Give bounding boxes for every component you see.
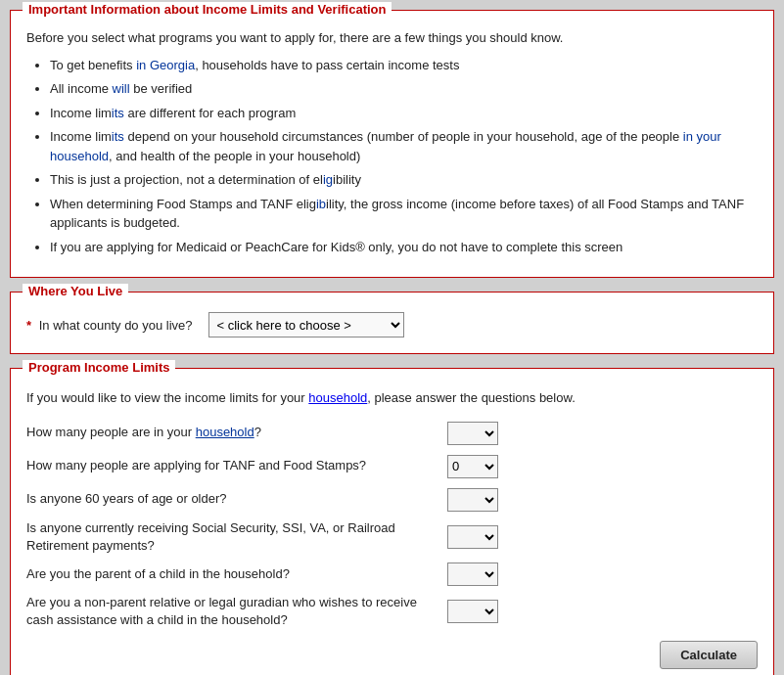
- question-row-2: How many people are applying for TANF an…: [26, 453, 758, 480]
- question-label-6: Are you a non-parent relative or legal g…: [26, 594, 447, 629]
- required-star: *: [26, 318, 31, 333]
- question-select-6[interactable]: Yes No: [447, 600, 498, 623]
- where-you-live-title: Where You Live: [23, 284, 128, 298]
- question-label-3: Is anyone 60 years of age or older?: [26, 490, 447, 508]
- question-select-3[interactable]: Yes No: [447, 488, 498, 512]
- where-you-live-row: * In what county do you live? < click he…: [26, 312, 758, 338]
- important-info-section: Important Information about Income Limit…: [10, 10, 774, 278]
- highlight-inyour: in your household: [50, 129, 721, 163]
- county-select[interactable]: < click here to choose > Appling Atkinso…: [208, 312, 404, 338]
- important-bullets-list: To get benefits in Georgia, households h…: [50, 56, 758, 257]
- bullet-4: Income limits depend on your household c…: [50, 127, 758, 165]
- question-row-6: Are you a non-parent relative or legal g…: [26, 594, 758, 629]
- highlight-georgia: in Georgia: [136, 58, 195, 72]
- question-select-2[interactable]: 0 1 2 3 4 5 6: [447, 455, 498, 478]
- important-info-content: Before you select what programs you want…: [26, 28, 758, 256]
- question-label-4: Is anyone currently receiving Social Sec…: [26, 519, 447, 555]
- program-income-intro: If you would like to view the income lim…: [26, 388, 758, 408]
- calculate-row: Calculate: [26, 641, 758, 669]
- page-wrapper: Important Information about Income Limit…: [10, 10, 774, 675]
- bullet-2: All income will be verified: [50, 79, 758, 99]
- highlight-its2: its: [112, 129, 124, 144]
- question-label-5: Are you the parent of a child in the hou…: [26, 565, 447, 583]
- where-you-live-section: Where You Live * In what county do you l…: [10, 292, 774, 354]
- household-link-q1[interactable]: household: [196, 425, 254, 439]
- bullet-1: To get benefits in Georgia, households h…: [50, 56, 758, 75]
- program-income-content: If you would like to view the income lim…: [26, 388, 758, 669]
- question-row-1: How many people are in your household? 1…: [26, 420, 758, 447]
- question-select-4[interactable]: Yes No: [447, 525, 498, 549]
- county-question: * In what county do you live?: [26, 318, 193, 333]
- bullet-3: Income limits are different for each pro…: [50, 104, 758, 123]
- bullet-6: When determining Food Stamps and TANF el…: [50, 195, 758, 233]
- highlight-ig: ig: [323, 172, 333, 187]
- question-row-4: Is anyone currently receiving Social Sec…: [26, 519, 758, 555]
- highlight-its1: its: [112, 106, 124, 120]
- question-select-5[interactable]: Yes No: [447, 562, 498, 586]
- question-row-3: Is anyone 60 years of age or older? Yes …: [26, 486, 758, 514]
- bullet-5: This is just a projection, not a determi…: [50, 170, 758, 190]
- program-income-section: Program Income Limits If you would like …: [10, 368, 774, 675]
- calculate-button[interactable]: Calculate: [660, 641, 758, 669]
- household-link[interactable]: household: [308, 390, 367, 405]
- highlight-will: will: [113, 81, 130, 96]
- bullet-7: If you are applying for Medicaid or Peac…: [50, 238, 758, 257]
- important-info-title: Important Information about Income Limit…: [23, 2, 392, 17]
- question-select-1[interactable]: 1 2 3 4 5 6 7 8 9 10: [447, 422, 498, 445]
- question-label-1: How many people are in your household?: [26, 424, 447, 441]
- question-row-5: Are you the parent of a child in the hou…: [26, 561, 758, 588]
- highlight-ib: ib: [316, 197, 326, 211]
- program-income-title: Program Income Limits: [23, 360, 175, 375]
- question-label-2: How many people are applying for TANF an…: [26, 457, 447, 474]
- important-intro: Before you select what programs you want…: [26, 28, 758, 48]
